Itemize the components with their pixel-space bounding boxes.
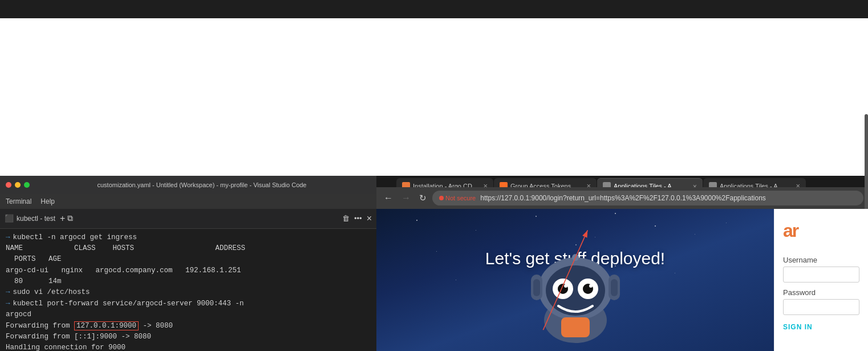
- not-secure-indicator: Not secure: [439, 195, 476, 201]
- browser-navbar: ← → ↻ Not secure https://127.0.0.1:9000/…: [376, 187, 868, 209]
- terminal-line-7: → kubectl port-forward service/argocd-se…: [6, 298, 371, 309]
- dot-minimize: [15, 182, 21, 188]
- terminal-line-forwarding1: Forwarding from 127.0.0.1:9000 -> 8080: [6, 321, 371, 332]
- svg-point-15: [572, 254, 579, 261]
- terminal-line-forwarding2: Forwarding from [::1]:9000 -> 8080: [6, 332, 371, 342]
- terminal-line-2: NAME CLASS HOSTS ADDRESS: [6, 243, 371, 254]
- svg-rect-11: [533, 279, 540, 296]
- security-warning-icon: [439, 196, 444, 200]
- sign-in-button[interactable]: SIGN IN: [783, 323, 813, 331]
- terminal-tab-icon: ⬛: [5, 214, 14, 223]
- terminal-line-1: → kubectl -n argocd get ingress: [6, 232, 371, 243]
- forward-button[interactable]: →: [399, 192, 413, 204]
- menu-help[interactable]: Help: [40, 197, 55, 205]
- password-input[interactable]: [783, 299, 859, 315]
- menu-terminal[interactable]: Terminal: [6, 197, 31, 205]
- back-button[interactable]: ←: [381, 192, 396, 204]
- vscode-menubar: Terminal Help: [0, 194, 376, 209]
- url-display: https://127.0.0.1:9000/login?return_url=…: [480, 194, 857, 202]
- address-bar[interactable]: Not secure https://127.0.0.1:9000/login?…: [432, 191, 863, 205]
- highlight-ip: 127.0.0.1:9000: [74, 321, 139, 330]
- dot-close: [6, 182, 11, 188]
- terminal-close-btn[interactable]: ×: [367, 213, 372, 224]
- robot-illustration: [513, 209, 638, 352]
- terminal-trash-btn[interactable]: 🗑: [342, 214, 350, 223]
- terminal-line-8: argocd: [6, 309, 371, 320]
- browser-content: Let's get stuff deployed!: [376, 209, 868, 352]
- svg-rect-14: [561, 317, 590, 337]
- argocd-page: Let's get stuff deployed!: [376, 209, 774, 352]
- terminal-line-5: 80 14m: [6, 276, 371, 287]
- terminal-content[interactable]: → kubectl -n argocd get ingress NAME CLA…: [0, 229, 376, 352]
- terminal-line-conn1: Handling connection for 9000: [6, 342, 371, 351]
- terminal-tab-label[interactable]: kubectl - test: [17, 215, 55, 223]
- robot-svg: [513, 209, 638, 349]
- username-input[interactable]: [783, 267, 859, 283]
- argo-logo: ar: [783, 220, 798, 241]
- login-panel: ar Username Password SIGN IN: [774, 209, 868, 352]
- terminal-more-btn[interactable]: •••: [354, 214, 362, 223]
- svg-point-9: [589, 284, 593, 288]
- terminal-line-6: → sudo vi /etc/hosts: [6, 287, 371, 298]
- vscode-title: customization.yaml - Untitled (Workspace…: [33, 181, 371, 188]
- terminal-line-3: PORTS AGE: [6, 254, 371, 265]
- svg-rect-13: [611, 279, 618, 296]
- terminal-tab-bar: ⬛ kubectl - test + ⧉ 🗑 ••• ×: [0, 209, 376, 229]
- terminal-line-4: argo-cd-ui nginx argocd.company.com 192.…: [6, 265, 371, 276]
- not-secure-label: Not secure: [445, 195, 476, 201]
- password-label: Password: [783, 288, 816, 297]
- dot-maximize: [24, 182, 30, 188]
- terminal-add-btn[interactable]: +: [60, 213, 65, 224]
- terminal-split-btn[interactable]: ⧉: [67, 213, 73, 223]
- username-label: Username: [783, 256, 817, 264]
- vscode-titlebar: customization.yaml - Untitled (Workspace…: [0, 176, 376, 194]
- browser-tab-bar: [0, 0, 868, 18]
- svg-point-8: [564, 284, 567, 288]
- vscode-editor: ⬛ kubectl - test + ⧉ 🗑 ••• × → kubectl -…: [0, 209, 376, 352]
- reload-button[interactable]: ↻: [416, 192, 429, 204]
